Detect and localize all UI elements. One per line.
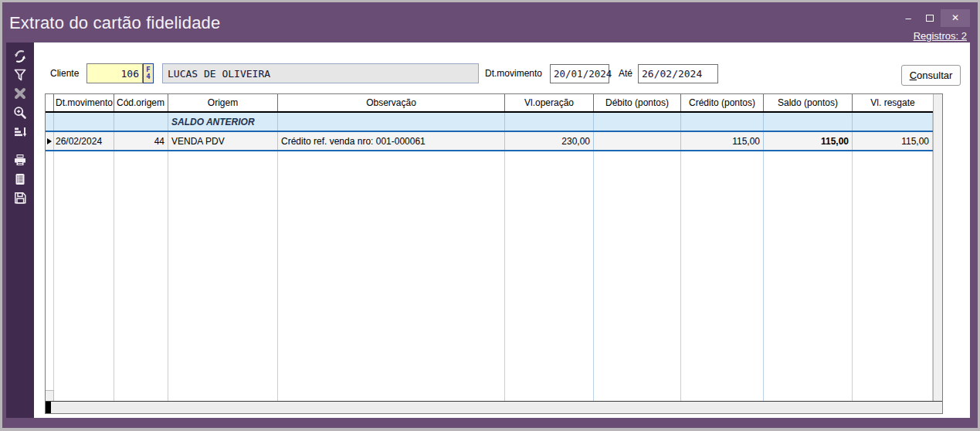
- save-icon[interactable]: [12, 190, 28, 205]
- clear-filter-icon[interactable]: [12, 86, 28, 101]
- refresh-icon[interactable]: [12, 49, 28, 64]
- date-to-input[interactable]: 26/02/2024: [638, 64, 718, 83]
- empty-column: [168, 151, 278, 401]
- cliente-label: Cliente: [50, 68, 79, 79]
- zoom-icon[interactable]: [12, 105, 28, 120]
- vertical-scrollbar[interactable]: [933, 94, 942, 401]
- maximize-button[interactable]: [919, 9, 941, 27]
- window-controls: – ✕: [897, 8, 970, 27]
- cliente-name-field: LUCAS DE OLIVEIRA: [162, 63, 479, 83]
- cell-credito[interactable]: 115,00: [681, 132, 764, 150]
- cell-vl_operacao[interactable]: 230,00: [505, 132, 594, 150]
- report-icon[interactable]: [12, 171, 28, 187]
- empty-column: [505, 151, 594, 401]
- maximize-icon: [926, 15, 934, 22]
- cell-obs[interactable]: Crédito ref. venda nro: 001-000061: [278, 132, 505, 150]
- sort-icon[interactable]: [12, 124, 28, 140]
- app-window: Extrato do cartão fidelidade – ✕ Registr…: [2, 2, 978, 428]
- horizontal-scrollbar[interactable]: [46, 401, 942, 413]
- saldo-anterior-row[interactable]: SALDO ANTERIOR: [46, 113, 933, 131]
- print-icon[interactable]: [12, 152, 28, 168]
- transaction-row[interactable]: 26/02/202444VENDA PDVCrédito ref. venda …: [46, 131, 933, 151]
- dt-movimento-label: Dt.movimento: [485, 68, 542, 79]
- header-cell-obs: Observação: [278, 94, 505, 111]
- saldo-anterior-cell: SALDO ANTERIOR: [168, 113, 278, 131]
- close-button[interactable]: ✕: [941, 9, 970, 27]
- header-cell-vl_resgate: Vl. resgate: [853, 94, 933, 111]
- row-indicator-header: [46, 94, 54, 111]
- current-row-indicator-cell: [46, 132, 54, 150]
- ate-label: Até: [619, 68, 632, 79]
- registros-link[interactable]: Registros: 2: [914, 30, 967, 42]
- minimize-icon: –: [905, 12, 910, 24]
- empty-column: [764, 151, 853, 401]
- f4-lookup-button[interactable]: F4: [143, 63, 154, 83]
- empty-cell: [505, 113, 594, 131]
- cell-cod[interactable]: 44: [114, 132, 168, 150]
- date-from-input[interactable]: 20/01/2024: [550, 64, 609, 83]
- close-icon: ✕: [951, 12, 959, 23]
- empty-cell: [114, 113, 168, 131]
- horizontal-scroll-thumb[interactable]: [46, 402, 51, 413]
- empty-column: [46, 151, 54, 401]
- cliente-code-input[interactable]: 106: [86, 63, 143, 83]
- current-row-indicator-icon: [47, 138, 52, 144]
- content-area: Cliente 106 F4 LUCAS DE OLIVEIRA Dt.movi…: [6, 42, 970, 418]
- cell-vl_resgate[interactable]: 115,00: [853, 132, 933, 150]
- grid-header-row: Dt.movimentoCód.origemOrigemObservaçãoVl…: [46, 94, 933, 113]
- empty-cell: [594, 113, 681, 131]
- header-cell-credito: Crédito (pontos): [681, 94, 764, 111]
- filter-icon[interactable]: [12, 67, 28, 83]
- empty-column: [594, 151, 681, 401]
- minimize-button[interactable]: –: [897, 9, 919, 27]
- grid-empty-area: [46, 151, 933, 401]
- empty-cell: [681, 113, 764, 131]
- empty-column: [54, 151, 114, 401]
- grid-corner-cell: [46, 390, 54, 401]
- empty-column: [853, 151, 933, 401]
- header-cell-debito: Débito (pontos): [594, 94, 681, 111]
- consultar-button[interactable]: Consultar: [901, 65, 961, 86]
- header-cell-saldo: Saldo (pontos): [764, 94, 853, 111]
- empty-cell: [278, 113, 505, 131]
- cell-saldo[interactable]: 115,00: [764, 132, 853, 150]
- empty-column: [681, 151, 764, 401]
- empty-column: [278, 151, 505, 401]
- empty-cell: [764, 113, 853, 131]
- window-title: Extrato do cartão fidelidade: [9, 13, 220, 33]
- cell-origem[interactable]: VENDA PDV: [168, 132, 278, 150]
- header-cell-cod: Cód.origem: [114, 94, 168, 111]
- loyalty-statement-grid: Dt.movimentoCód.origemOrigemObservaçãoVl…: [45, 93, 943, 414]
- empty-cell: [54, 113, 114, 131]
- empty-column: [114, 151, 168, 401]
- header-cell-origem: Origem: [168, 94, 278, 111]
- cell-dt[interactable]: 26/02/2024: [54, 132, 114, 150]
- titlebar[interactable]: Extrato do cartão fidelidade – ✕ Registr…: [2, 2, 978, 42]
- toolbar-sidebar: [6, 42, 34, 418]
- header-cell-vl_operacao: Vl.operação: [505, 94, 594, 111]
- header-cell-dt: Dt.movimento: [54, 94, 114, 111]
- cell-debito[interactable]: [594, 132, 681, 150]
- empty-cell: [853, 113, 933, 131]
- empty-cell: [46, 113, 54, 131]
